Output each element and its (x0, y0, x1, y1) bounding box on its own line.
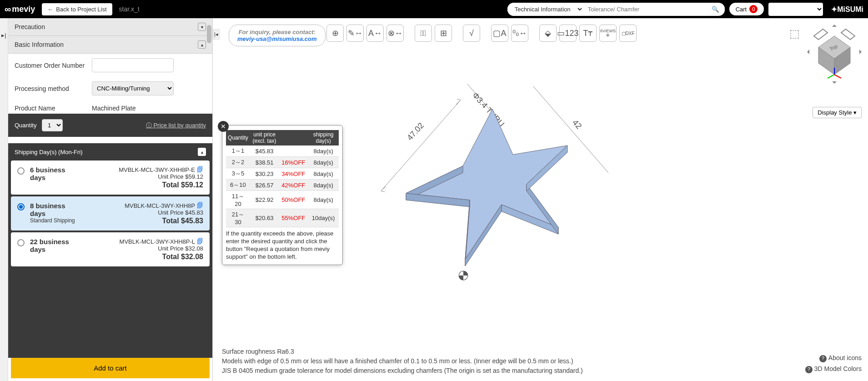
text-dimension-icon: A↔ (368, 29, 382, 38)
chevron-up-icon: ▴ (198, 40, 206, 49)
processing-method-label: Processing method (15, 85, 92, 92)
delete-dimension-icon: ⊗↔ (388, 28, 403, 38)
table-row: 11～20$22.9250%OFF8day(s) (226, 191, 339, 209)
pattern-icon: ⊞ (440, 28, 447, 38)
tool-hide[interactable]: 👁̸ (415, 25, 432, 42)
svg-line-16 (456, 100, 461, 105)
shipping-option-8days[interactable]: 8 business daysStandard Shipping MVBLK-M… (11, 196, 210, 231)
order-number-input[interactable] (92, 58, 174, 72)
tool-surface[interactable]: √ (463, 25, 480, 42)
precaution-header[interactable]: Precaution ▾ (8, 18, 212, 36)
shipping-option-6days[interactable]: 6 business days MVBLK-MCL-3WY-XHH8P-E🗐 U… (11, 160, 210, 195)
about-icons-link[interactable]: ?About icons (805, 353, 862, 364)
chevron-down-icon: ▾ (198, 23, 206, 31)
toolbar: ⊕ ✎↔ A↔ ⊗↔ 👁̸ ⊞ √ ▢A ⁰₀↔ ⬙ ▭123 Tᴛ 6VIEW… (326, 25, 637, 42)
back-button[interactable]: ←Back to Project List (42, 3, 112, 15)
cart-button[interactable]: Cart0 (729, 3, 764, 15)
shipping-options: 6 business days MVBLK-MCL-3WY-XHH8P-E🗐 U… (8, 160, 212, 358)
tool-numeric[interactable]: ▭123 (559, 25, 577, 42)
user-dropdown[interactable] (768, 3, 823, 16)
quantity-label: Quantity (15, 122, 36, 129)
help-icon: ? (805, 366, 813, 373)
viewport-collapse-handle[interactable]: |◂ (213, 29, 220, 40)
sidebar: Precaution ▾ Basic Information ▴ Custome… (8, 18, 213, 381)
text-size-icon: Tᴛ (583, 28, 593, 38)
eye-slash-icon: 👁̸ (420, 29, 426, 38)
shipping-header[interactable]: Shipping Day(s) (Mon-Fri) ▴ (8, 143, 212, 160)
tool-edit-dimension[interactable]: ✎↔ (346, 25, 364, 42)
tool-stack[interactable]: ⬙ (539, 25, 557, 42)
add-to-cart-button[interactable]: Add to cart (11, 358, 210, 378)
cube-icon: ⬚ (789, 27, 800, 40)
search-wrap: Technical Information 🔍 (507, 3, 725, 16)
text-box-icon: ▢A (493, 28, 506, 38)
document-icon[interactable]: 🗐 (197, 166, 203, 173)
pencil-dimension-icon: ✎↔ (348, 28, 363, 38)
svg-marker-1 (841, 29, 855, 40)
arrow-left-icon: ← (47, 6, 53, 13)
viewport-3d[interactable]: |◂ For inquiry, please contact: meviy-us… (213, 18, 868, 381)
processing-method-select[interactable]: CNC-Milling/Turning (92, 81, 174, 95)
svg-line-11 (834, 75, 841, 78)
svg-text:42: 42 (571, 118, 583, 130)
radio-unchecked-icon (17, 239, 25, 246)
logo-misumi: ✦MiSUMi (831, 5, 863, 14)
shipping-option-22days[interactable]: 22 business days MVBLK-MCL-3WY-XHH8P-L🗐 … (11, 232, 210, 266)
star-model-render: 47.02 Φ3.4 THRU 42 (367, 68, 617, 286)
nav-cube-svg: Top (807, 25, 862, 88)
tool-delete-dimension[interactable]: ⊗↔ (386, 25, 404, 42)
sidebar-collapse-left[interactable]: ▸| (0, 18, 8, 381)
top-bar: ∞meviy ←Back to Project List star.x_t Te… (0, 0, 868, 18)
th-quantity: Quantity (226, 130, 250, 145)
footer-info: Surface roughness Ra6.3 Models with edge… (222, 347, 583, 376)
basic-info-header[interactable]: Basic Information ▴ (8, 36, 212, 54)
table-row: 21～30$20.6355%OFF10day(s) (226, 209, 339, 227)
order-number-label: Customer Order Number (15, 62, 92, 69)
svg-marker-2 (832, 25, 837, 27)
radio-checked-icon (17, 203, 25, 211)
origin-marker (458, 271, 468, 281)
price-list-popup: ✕ Quantity unit price (excl. tax) shippi… (222, 125, 343, 265)
tool-dxf[interactable]: ▢DXF (619, 25, 637, 42)
svg-marker-0 (814, 29, 828, 40)
tool-text-size[interactable]: Tᴛ (579, 25, 597, 42)
inquiry-pill[interactable]: For inquiry, please contact: meviy-usa@m… (229, 25, 326, 46)
tool-text-dimension[interactable]: A↔ (366, 25, 384, 42)
document-icon[interactable]: 🗐 (197, 202, 203, 209)
popup-note: If the quantity exceeds the above, pleas… (226, 230, 339, 261)
cart-count-badge: 0 (749, 5, 758, 13)
svg-marker-4 (859, 50, 862, 54)
product-name-value: Machined Plate (92, 105, 136, 112)
isometric-view-button[interactable]: ⬚ (789, 27, 800, 40)
quantity-select[interactable]: 1 (42, 119, 63, 131)
tool-six-views[interactable]: 6VIEWS⊕ (599, 25, 617, 42)
radio-unchecked-icon (17, 167, 25, 175)
popup-close-button[interactable]: ✕ (218, 121, 229, 132)
display-style-dropdown[interactable]: Display Style ▾ (813, 107, 862, 118)
chevron-up-icon: ▴ (198, 148, 206, 156)
th-discount (279, 130, 308, 145)
svg-text:47.02: 47.02 (405, 121, 426, 142)
table-row: 6～10$26.5742%OFF8day(s) (226, 180, 339, 191)
scrollbar[interactable] (207, 18, 211, 114)
document-icon[interactable]: 🗐 (197, 238, 203, 245)
close-icon: ✕ (221, 123, 226, 130)
search-input[interactable] (583, 3, 706, 15)
navigation-cube[interactable]: Top (807, 25, 862, 90)
model-colors-link[interactable]: ?3D Model Colors (805, 364, 862, 375)
svg-line-12 (828, 75, 834, 78)
tech-info-dropdown[interactable]: Technical Information (507, 3, 583, 16)
logo-meviy[interactable]: ∞meviy (5, 4, 35, 15)
tool-tolerance[interactable]: ⁰₀↔ (511, 25, 528, 42)
numeric-box-icon: ▭123 (557, 28, 578, 38)
six-views-icon: 6VIEWS⊕ (600, 29, 616, 37)
layers-icon: ⬙ (545, 28, 551, 38)
tolerance-icon: ⁰₀↔ (512, 28, 527, 38)
search-button[interactable]: 🔍 (706, 3, 725, 15)
svg-marker-3 (807, 50, 809, 54)
tool-pattern[interactable]: ⊞ (435, 25, 452, 42)
tool-target[interactable]: ⊕ (326, 25, 344, 42)
search-icon: 🔍 (712, 6, 719, 13)
tool-text-box[interactable]: ▢A (491, 25, 508, 42)
price-list-link[interactable]: ⓘ Price list by quantity (146, 121, 206, 130)
